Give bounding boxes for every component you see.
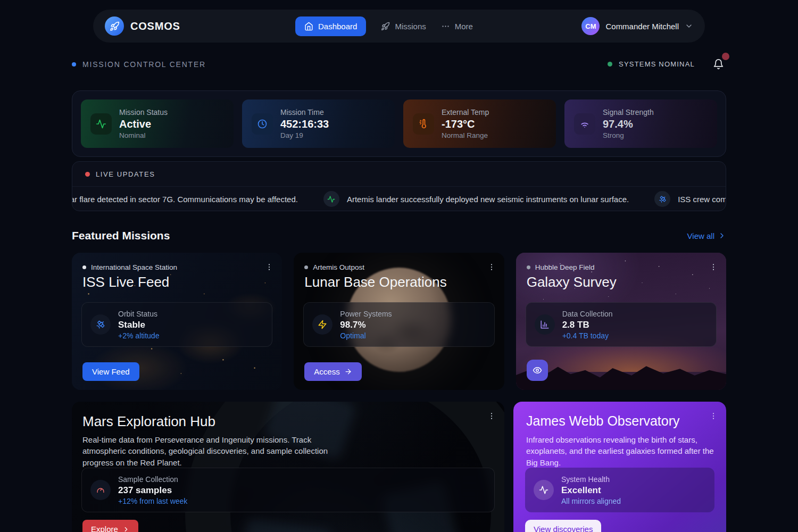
kebab-icon [487, 263, 496, 271]
nav-missions-label: Missions [395, 22, 426, 31]
page-title-group: MISSION CONTROL CENTER [72, 60, 206, 69]
rocket-icon [381, 22, 390, 31]
user-menu[interactable]: CM Commander Mitchell [581, 17, 693, 35]
chevron-right-icon [122, 526, 130, 532]
access-button[interactable]: Access [304, 362, 361, 381]
explore-button[interactable]: Explore [82, 520, 138, 532]
nav-dashboard-label: Dashboard [318, 22, 357, 31]
thermometer-icon [413, 113, 434, 135]
wifi-icon [574, 113, 595, 135]
stat-value: 98.7% [340, 320, 392, 330]
mission-tag: Artemis Outpost [304, 263, 364, 271]
stat-sub: Normal Range [442, 131, 489, 139]
view-discoveries-label: View discoveries [534, 525, 593, 532]
mission-title: James Webb Observatory [526, 413, 680, 429]
stat-label: Power Systems [340, 310, 392, 318]
secondary-missions-row: Mars Exploration Hub Real-time data from… [72, 402, 726, 532]
mission-stat-text: Orbit Status Stable +2% altitude [118, 310, 159, 340]
stat-label: Sample Collection [118, 475, 187, 484]
mission-card-galaxy: Hubble Deep Field Galaxy Survey Data Col… [516, 253, 726, 390]
stat-label: Mission Time [280, 108, 329, 117]
nav-more[interactable]: More [441, 22, 473, 31]
activity-icon [323, 191, 339, 207]
stat-value: -173°C [442, 118, 489, 130]
card-menu-button[interactable] [708, 262, 719, 272]
stat-text: Signal Strength 97.4% Strong [603, 108, 654, 139]
preview-button[interactable] [527, 360, 548, 381]
tag-dot [304, 265, 308, 269]
mission-stat-text: Sample Collection 237 samples +12% from … [118, 475, 187, 505]
gauge-icon [90, 480, 111, 500]
stat-label: System Health [561, 475, 621, 484]
mission-stat-text: System Health Excellent All mirrors alig… [561, 475, 621, 505]
stat-sub: +0.4 TB today [562, 331, 613, 340]
card-tag-row: Artemis Outpost [304, 262, 496, 272]
blue-status-dot [72, 62, 76, 66]
activity-icon [90, 113, 112, 135]
card-tag-row: International Space Station [82, 262, 275, 272]
kebab-icon [487, 412, 496, 420]
avatar: CM [581, 17, 600, 35]
featured-missions-header: Featured Missions View all [72, 229, 726, 242]
satellite-icon [90, 314, 111, 335]
ticker-text: Artemis lander successfully deployed new… [347, 195, 629, 204]
featured-missions-title: Featured Missions [72, 229, 170, 242]
access-label: Access [314, 367, 339, 376]
mission-control-dashboard: COSMOS Dashboard Missions More CM Comman… [0, 0, 798, 532]
mission-title: ISS Live Feed [82, 274, 169, 290]
stat-label: Signal Strength [603, 108, 654, 117]
mission-card-iss: International Space Station ISS Live Fee… [72, 253, 282, 390]
status-row: MISSION CONTROL CENTER SYSTEMS NOMINAL [72, 56, 726, 72]
live-updates-title: LIVE UPDATES [96, 170, 155, 178]
ellipsis-icon [441, 22, 450, 31]
bell-icon [713, 59, 724, 70]
green-status-dot [608, 62, 612, 66]
mission-stat-box: Orbit Status Stable +2% altitude [81, 302, 272, 347]
view-feed-button[interactable]: View Feed [82, 362, 139, 381]
arrow-right-icon [344, 368, 352, 376]
stat-card-signal-strength: Signal Strength 97.4% Strong [564, 99, 717, 148]
stat-card-external-temp: External Temp -173°C Normal Range [403, 99, 556, 148]
eye-icon [533, 365, 542, 375]
ticker-text: ISS crew completes critical E [678, 195, 726, 204]
kebab-icon [709, 412, 718, 420]
card-menu-button[interactable] [708, 411, 719, 421]
mission-stat-box: Data Collection 2.8 TB +0.4 TB today [526, 302, 717, 347]
card-menu-button[interactable] [486, 262, 497, 272]
mission-title: Galaxy Survey [527, 274, 617, 290]
stats-panel: Mission Status Active Nominal Mission Ti… [72, 90, 726, 157]
live-updates-panel: LIVE UPDATES Solar flare detected in sec… [72, 161, 726, 211]
card-menu-button[interactable] [264, 262, 275, 272]
mission-description: Real-time data from Perseverance and Ing… [82, 434, 328, 468]
mission-stat-text: Power Systems 98.7% Optimal [340, 310, 392, 340]
mission-stat-box: System Health Excellent All mirrors alig… [525, 468, 714, 512]
nav-missions[interactable]: Missions [381, 22, 426, 31]
stat-value: Active [119, 118, 168, 130]
mission-stat-box: Power Systems 98.7% Optimal [303, 302, 494, 347]
notifications-button[interactable] [711, 56, 726, 72]
ticker-item: Artemis lander successfully deployed new… [323, 191, 629, 207]
mission-title: Lunar Base Operations [304, 274, 446, 290]
mission-tag-label: International Space Station [91, 263, 177, 271]
card-menu-button[interactable] [486, 411, 497, 421]
notification-badge [722, 53, 729, 60]
view-all-link[interactable]: View all [687, 231, 726, 240]
ticker-item: ISS crew completes critical E [654, 191, 726, 207]
stat-value: Stable [118, 320, 159, 330]
stat-sub: +2% altitude [118, 331, 159, 340]
chevron-down-icon [685, 22, 693, 30]
brand-name: COSMOS [130, 20, 180, 32]
explore-label: Explore [91, 525, 118, 532]
bar-chart-icon [535, 314, 555, 335]
view-discoveries-button[interactable]: View discoveries [525, 520, 601, 532]
mars-exploration-card: Mars Exploration Hub Real-time data from… [72, 402, 504, 532]
stat-text: Mission Time 452:16:33 Day 19 [280, 108, 329, 139]
nav-dashboard[interactable]: Dashboard [295, 16, 366, 36]
stat-label: External Temp [442, 108, 489, 117]
live-updates-ticker: Solar flare detected in sector 7G. Commu… [72, 187, 726, 211]
satellite-icon [654, 191, 670, 207]
featured-missions-row: International Space Station ISS Live Fee… [72, 253, 726, 390]
tag-dot [527, 265, 530, 269]
page-title: MISSION CONTROL CENTER [82, 60, 206, 69]
kebab-icon [265, 263, 273, 271]
